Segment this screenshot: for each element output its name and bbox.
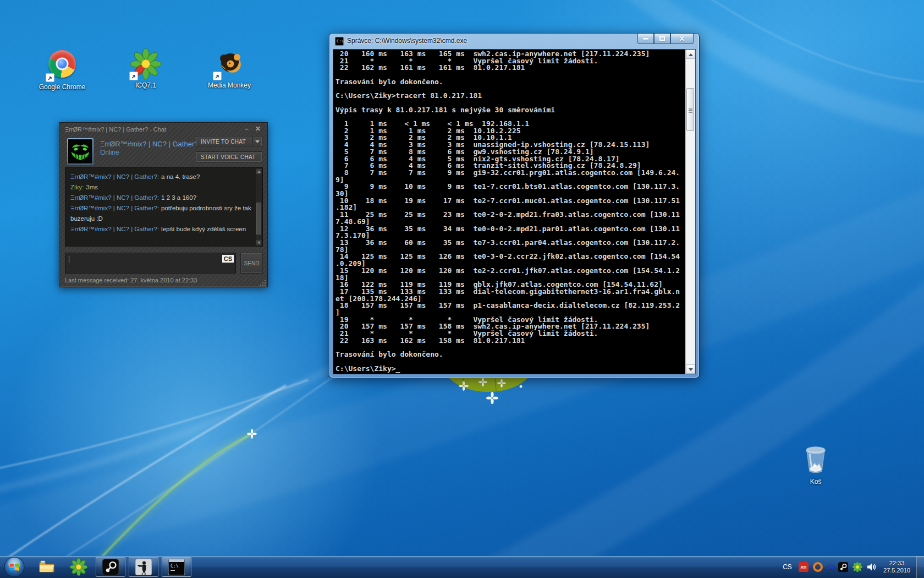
taskbar-cmd-button[interactable]: C:\ [162, 557, 191, 577]
chat-message: ΞrrØR™#mix? | NC? | Gather?1 2 3 a 160? [70, 193, 254, 203]
show-desktop-button[interactable] [916, 556, 924, 578]
text-caret [69, 256, 69, 263]
temperature-indicator[interactable]: 34 [827, 564, 834, 570]
message-sender: Ziky [70, 184, 84, 190]
cmd-icon: C:\ [168, 559, 185, 575]
console-scrollbar[interactable] [685, 50, 695, 374]
volume-icon[interactable] [867, 562, 877, 572]
friend-status: Online [100, 149, 119, 156]
message-text: 3ms [86, 184, 98, 190]
avatar[interactable] [67, 138, 94, 165]
thumb-grip-icon [689, 108, 692, 110]
desktop-icon-mediamonkey[interactable]: Media Monkey [205, 48, 254, 90]
scrollbar-thumb[interactable] [686, 88, 694, 131]
desktop-icon-label: Koš [791, 478, 840, 486]
start-voice-chat-button[interactable]: START VOICE CHAT [196, 151, 262, 162]
chat-message: ΞrrØR™#mix? | NC? | Gather?potřebuju pod… [70, 203, 254, 224]
desktop-icon-google-chrome[interactable]: Google Chrome [37, 48, 87, 91]
arrow-down-icon [257, 242, 261, 244]
recycle-bin-icon [802, 443, 829, 476]
message-text: a na 4. trase? [161, 173, 200, 180]
cmd-window[interactable]: C:\ Správce: C:\Windows\system32\cmd.exe… [329, 34, 699, 378]
keyboard-language-badge: CS [222, 255, 234, 263]
maximize-icon [659, 36, 665, 41]
chat-message: ΞrrØR™#mix? | NC? | Gather?a na 4. trase… [70, 172, 254, 182]
windows-logo-icon [4, 557, 25, 577]
message-sender: ΞrrØR™#mix? | NC? | Gather? [70, 226, 159, 232]
scrollbar-thumb[interactable] [256, 203, 261, 235]
send-button[interactable]: SEND [240, 253, 263, 274]
taskbar-icq-button[interactable] [64, 557, 94, 577]
resize-grip[interactable] [259, 279, 266, 286]
message-text: lepší bude kdyý zděláš screen [161, 226, 246, 232]
desktop-icon-label: Google Chrome [37, 83, 87, 91]
shortcut-arrow-icon [129, 72, 138, 80]
ati-tray-icon[interactable]: ATI [799, 562, 809, 572]
friend-name[interactable]: ΞrrØR™#mix? | NC? | Gather? [100, 140, 205, 148]
taskbar-steam-button[interactable] [96, 557, 125, 577]
desktop-icon-recycle-bin[interactable]: Koš [791, 443, 840, 486]
avatar-skull-art [68, 139, 92, 163]
chat-close-button[interactable]: ✕ [255, 125, 261, 133]
chat-minimize-button[interactable]: – [245, 125, 249, 133]
maximize-button[interactable] [654, 34, 670, 44]
taskbar-explorer-button[interactable] [32, 557, 62, 577]
chat-window-title: ΞrrØR™#mix? | NC? | Gather? - Chat [65, 126, 166, 133]
invite-dropdown[interactable] [252, 137, 262, 146]
close-icon: ✕ [679, 35, 685, 42]
clock-time: 22:33 [883, 560, 910, 567]
chat-message: ΞrrØR™#mix? | NC? | Gather?lepší bude kd… [70, 224, 254, 235]
message-text: 1 2 3 a 160? [161, 194, 196, 201]
desktop-icon-label: Media Monkey [205, 81, 254, 90]
system-tray: CS ATI 34 [778, 556, 924, 578]
shortcut-arrow-icon [213, 72, 222, 80]
close-button[interactable]: ✕ [670, 34, 694, 44]
scroll-down-button[interactable] [256, 239, 262, 246]
message-sender: ΞrrØR™#mix? | NC? | Gather? [70, 173, 159, 180]
chevron-down-icon [255, 140, 260, 143]
icq-tray-icon[interactable] [853, 562, 862, 572]
scroll-up-button[interactable] [256, 168, 262, 175]
message-sender: ΞrrØR™#mix? | NC? | Gather? [70, 194, 159, 201]
chat-scrollbar[interactable] [256, 168, 262, 246]
message-input[interactable]: CS [65, 253, 236, 274]
desktop-icon-label: ICQ7.1 [121, 81, 170, 90]
scroll-up-button[interactable] [686, 50, 695, 59]
clock[interactable]: 22:33 27.5.2010 [883, 560, 910, 574]
clock-date: 27.5.2010 [883, 567, 910, 574]
catalyst-tray-icon[interactable] [813, 562, 823, 572]
steam-chat-window[interactable]: ΞrrØR™#mix? | NC? | Gather? - Chat – ✕ Ξ… [59, 122, 268, 287]
taskbar-counterstrike-button[interactable] [129, 557, 158, 577]
invite-to-chat-button[interactable]: INVITE TO CHAT [196, 136, 262, 147]
cmd-titlebar[interactable]: C:\ Správce: C:\Windows\system32\cmd.exe… [329, 34, 699, 49]
desktop: Google Chrome [0, 0, 924, 578]
arrow-up-icon [689, 53, 693, 56]
start-button[interactable] [2, 557, 26, 577]
shortcut-arrow-icon [46, 73, 54, 82]
last-message-status: Last message received: 27. května 2010 a… [65, 277, 197, 283]
taskbar: C:\ CS ATI 34 [0, 556, 924, 578]
steam-icon [102, 559, 119, 575]
minimize-button[interactable] [637, 34, 654, 44]
message-sender: ΞrrØR™#mix? | NC? | Gather? [70, 205, 159, 211]
steam-tray-icon[interactable] [838, 562, 848, 572]
icq-flower-icon [70, 558, 87, 576]
cmd-window-title: Správce: C:\Windows\system32\cmd.exe [347, 37, 467, 45]
counter-strike-icon [135, 559, 152, 575]
explorer-folder-icon [38, 558, 56, 576]
chat-history[interactable]: ΞrrØR™#mix? | NC? | Gather?a na 4. trase… [65, 167, 263, 247]
chat-message: Ziky3ms [70, 182, 254, 193]
desktop-icon-icq[interactable]: ICQ7.1 [121, 48, 170, 90]
minimize-icon [643, 38, 648, 40]
scroll-down-button[interactable] [686, 364, 695, 374]
console-text: 20 160 ms 163 ms 165 ms swh2.cas.ip-anyw… [336, 51, 680, 372]
svg-text:C:\: C:\ [170, 564, 179, 569]
console-output[interactable]: 20 160 ms 163 ms 165 ms swh2.cas.ip-anyw… [333, 49, 696, 374]
cmd-app-icon: C:\ [335, 37, 344, 46]
arrow-down-icon [689, 368, 693, 371]
arrow-up-icon [257, 171, 261, 173]
language-indicator[interactable]: CS [778, 563, 796, 571]
chat-titlebar[interactable]: ΞrrØR™#mix? | NC? | Gather? - Chat – ✕ [59, 123, 267, 135]
